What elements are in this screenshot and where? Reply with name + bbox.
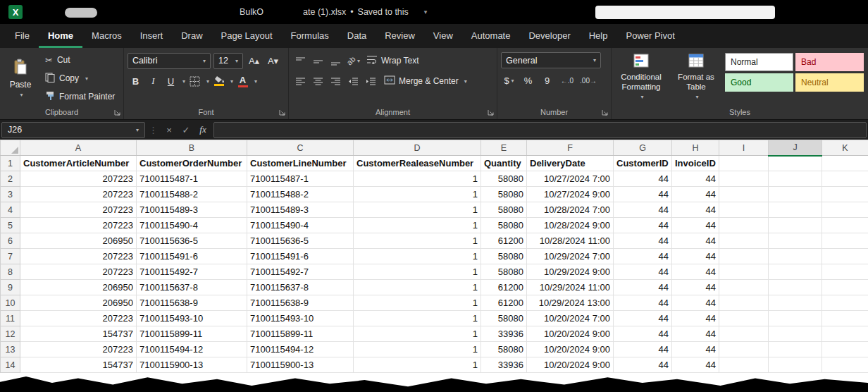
cancel-icon[interactable]: ×	[161, 125, 177, 135]
cell-B6[interactable]: 7100115636-5	[137, 233, 247, 249]
cell-E5[interactable]: 58080	[481, 218, 527, 233]
cell-D10[interactable]: 1	[354, 295, 481, 311]
col-header-I[interactable]: I	[719, 140, 769, 156]
cell-J13[interactable]	[769, 342, 822, 357]
cell-D4[interactable]: 1	[354, 202, 481, 218]
cell-F10[interactable]: 10/29/2024 13:00	[527, 295, 614, 311]
cell-A5[interactable]: 207223	[20, 218, 137, 233]
cell-G1[interactable]: CustomerID	[614, 156, 672, 171]
cell-K2[interactable]	[822, 171, 868, 187]
cell-G8[interactable]: 44	[614, 264, 672, 280]
title-chevron-icon[interactable]: ▾	[424, 8, 428, 16]
cell-E2[interactable]: 58080	[481, 171, 527, 187]
cell-H7[interactable]: 44	[672, 249, 719, 264]
tab-draw[interactable]: Draw	[172, 24, 211, 48]
cell-C8[interactable]: 7100115492-7	[247, 264, 354, 280]
tab-page-layout[interactable]: Page Layout	[212, 24, 282, 48]
cell-style-bad[interactable]: Bad	[795, 53, 864, 71]
font-name-combo[interactable]: Calibri ▾	[128, 53, 211, 69]
accounting-format-button[interactable]: $ ▾	[501, 72, 517, 89]
tab-review[interactable]: Review	[376, 24, 424, 48]
cell-G2[interactable]: 44	[614, 171, 672, 187]
chevron-down-icon[interactable]: ▾	[254, 78, 257, 85]
cell-J8[interactable]	[769, 264, 822, 280]
cell-G4[interactable]: 44	[614, 202, 672, 218]
cell-C12[interactable]: 7100115899-11	[247, 326, 354, 342]
cell-C4[interactable]: 7100115489-3	[247, 202, 354, 218]
cell-F12[interactable]: 10/20/2024 9:00	[527, 326, 614, 342]
cell-I2[interactable]	[719, 171, 769, 187]
cell-J4[interactable]	[769, 202, 822, 218]
cell-G13[interactable]: 44	[614, 342, 672, 357]
cell-B2[interactable]: 7100115487-1	[137, 171, 247, 187]
cell-B13[interactable]: 7100115494-12	[137, 342, 247, 357]
cell-K9[interactable]	[822, 280, 868, 295]
cell-G11[interactable]: 44	[614, 311, 672, 326]
wrap-text-button[interactable]: Wrap Text	[363, 52, 423, 69]
cell-B12[interactable]: 7100115899-11	[137, 326, 247, 342]
cell-B11[interactable]: 7100115493-10	[137, 311, 247, 326]
cell-C9[interactable]: 7100115637-8	[247, 280, 354, 295]
cell-A1[interactable]: CustomerArticleNumber	[20, 156, 137, 171]
cell-H4[interactable]: 44	[672, 202, 719, 218]
chevron-down-icon[interactable]: ▾	[230, 78, 233, 85]
cell-I9[interactable]	[719, 280, 769, 295]
cell-J14[interactable]	[769, 357, 822, 373]
cell-A6[interactable]: 206950	[20, 233, 137, 249]
tab-developer[interactable]: Developer	[519, 24, 579, 48]
tab-view[interactable]: View	[424, 24, 462, 48]
cell-K8[interactable]	[822, 264, 868, 280]
cell-E6[interactable]: 61200	[481, 233, 527, 249]
cell-H10[interactable]: 44	[672, 295, 719, 311]
insert-function-icon[interactable]: fx	[195, 124, 211, 135]
row-header-8[interactable]: 8	[1, 264, 20, 280]
clipboard-dialog-launcher-icon[interactable]	[113, 109, 121, 116]
cell-G12[interactable]: 44	[614, 326, 672, 342]
cell-B3[interactable]: 7100115488-2	[137, 187, 247, 202]
row-header-11[interactable]: 11	[1, 311, 20, 326]
row-header-4[interactable]: 4	[1, 202, 20, 218]
align-right-button[interactable]	[328, 73, 344, 90]
cell-F14[interactable]: 10/20/2024 9:00	[527, 357, 614, 373]
cell-E3[interactable]: 58080	[481, 187, 527, 202]
cell-H6[interactable]: 44	[672, 233, 719, 249]
cell-A14[interactable]: 154737	[20, 357, 137, 373]
row-header-12[interactable]: 12	[1, 326, 20, 342]
cell-E8[interactable]: 58080	[481, 264, 527, 280]
cell-H9[interactable]: 44	[672, 280, 719, 295]
conditional-formatting-button[interactable]: Conditional Formatting ▾	[615, 51, 667, 101]
bottom-align-button[interactable]	[328, 52, 344, 69]
row-header-7[interactable]: 7	[1, 249, 20, 264]
cell-E10[interactable]: 61200	[481, 295, 527, 311]
cell-A3[interactable]: 207223	[20, 187, 137, 202]
cell-F6[interactable]: 10/28/2024 11:00	[527, 233, 614, 249]
cell-C5[interactable]: 7100115490-4	[247, 218, 354, 233]
col-header-H[interactable]: H	[672, 140, 719, 156]
cell-E7[interactable]: 58080	[481, 249, 527, 264]
tab-macros[interactable]: Macros	[82, 24, 131, 48]
cell-K3[interactable]	[822, 187, 868, 202]
tab-help[interactable]: Help	[580, 24, 617, 48]
cell-K10[interactable]	[822, 295, 868, 311]
cell-B14[interactable]: 7100115900-13	[137, 357, 247, 373]
autosave-toggle[interactable]	[65, 8, 97, 18]
cell-B1[interactable]: CustomerOrderNumber	[137, 156, 247, 171]
chevron-down-icon[interactable]: ▾	[206, 78, 209, 85]
cell-A12[interactable]: 154737	[20, 326, 137, 342]
row-header-2[interactable]: 2	[1, 171, 20, 187]
cell-E11[interactable]: 58080	[481, 311, 527, 326]
cell-I8[interactable]	[719, 264, 769, 280]
col-header-B[interactable]: B	[137, 140, 247, 156]
cell-F1[interactable]: DeliveryDate	[527, 156, 614, 171]
col-header-K[interactable]: K	[822, 140, 868, 156]
cell-B9[interactable]: 7100115637-8	[137, 280, 247, 295]
cell-B4[interactable]: 7100115489-3	[137, 202, 247, 218]
cell-G3[interactable]: 44	[614, 187, 672, 202]
excel-logo-icon[interactable]: X	[8, 5, 23, 19]
cell-D8[interactable]: 1	[354, 264, 481, 280]
cell-H3[interactable]: 44	[672, 187, 719, 202]
cell-H2[interactable]: 44	[672, 171, 719, 187]
row-header-6[interactable]: 6	[1, 233, 20, 249]
row-header-9[interactable]: 9	[1, 280, 20, 295]
align-center-button[interactable]	[310, 73, 326, 90]
